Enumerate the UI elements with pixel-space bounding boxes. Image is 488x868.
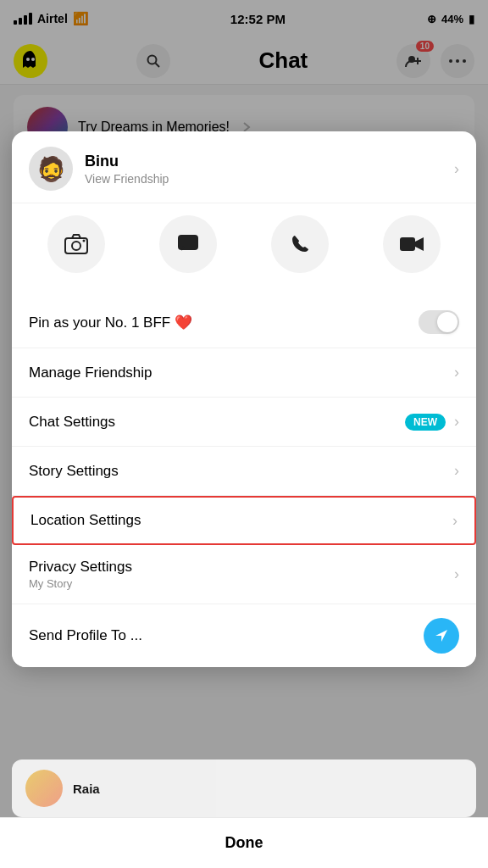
camera-icon	[64, 234, 88, 254]
chat-settings-chevron-icon: ›	[454, 413, 459, 431]
pin-bff-toggle[interactable]	[419, 310, 459, 334]
story-settings-item[interactable]: Story Settings ›	[12, 447, 476, 496]
privacy-settings-label: Privacy Settings	[29, 559, 454, 576]
manage-friendship-label: Manage Friendship	[29, 364, 454, 381]
raia-name: Raia	[73, 782, 100, 796]
send-profile-label: Send Profile To ...	[29, 627, 424, 644]
location-settings-item[interactable]: Location Settings ›	[12, 496, 476, 545]
privacy-settings-chevron-icon: ›	[454, 565, 459, 583]
done-label: Done	[225, 834, 263, 852]
svg-rect-13	[178, 235, 198, 250]
send-profile-item[interactable]: Send Profile To ...	[12, 604, 476, 667]
avatar: 🧔	[29, 147, 73, 191]
pin-bff-label: Pin as your No. 1 BFF ❤️	[29, 314, 419, 331]
profile-section[interactable]: 🧔 Binu View Friendship ›	[12, 131, 476, 203]
send-icon	[434, 628, 449, 643]
raia-avatar	[25, 770, 63, 807]
action-row	[12, 203, 476, 288]
svg-rect-14	[400, 237, 415, 251]
profile-sub: View Friendship	[85, 172, 442, 186]
send-profile-button[interactable]	[424, 618, 459, 654]
settings-list: Pin as your No. 1 BFF ❤️ Manage Friendsh…	[12, 297, 476, 667]
video-button[interactable]	[383, 215, 441, 273]
profile-name: Binu	[85, 153, 442, 170]
bottom-preview: Raia	[12, 760, 476, 817]
privacy-settings-item[interactable]: Privacy Settings My Story ›	[12, 545, 476, 604]
story-settings-label: Story Settings	[29, 463, 454, 480]
phone-icon	[290, 234, 310, 254]
camera-button[interactable]	[47, 215, 105, 273]
chat-button[interactable]	[159, 215, 217, 273]
location-settings-label: Location Settings	[30, 512, 452, 529]
video-icon	[399, 235, 424, 253]
profile-info: Binu View Friendship	[85, 153, 442, 186]
chat-bubble-icon	[177, 234, 199, 254]
call-button[interactable]	[271, 215, 329, 273]
privacy-settings-sub: My Story	[29, 577, 454, 590]
location-settings-chevron-icon: ›	[452, 512, 458, 530]
story-settings-chevron-icon: ›	[454, 462, 459, 480]
new-badge: NEW	[405, 414, 446, 431]
chat-settings-label: Chat Settings	[29, 414, 405, 431]
done-bar[interactable]: Done	[0, 817, 488, 868]
manage-friendship-chevron-icon: ›	[454, 364, 459, 381]
chat-settings-item[interactable]: Chat Settings NEW ›	[12, 398, 476, 447]
pin-bff-item[interactable]: Pin as your No. 1 BFF ❤️	[12, 297, 476, 348]
profile-chevron-icon: ›	[454, 160, 459, 178]
svg-point-11	[72, 242, 80, 250]
svg-point-12	[83, 240, 86, 242]
manage-friendship-item[interactable]: Manage Friendship ›	[12, 348, 476, 398]
toggle-thumb	[437, 312, 458, 332]
modal-sheet: 🧔 Binu View Friendship ›	[12, 131, 476, 667]
